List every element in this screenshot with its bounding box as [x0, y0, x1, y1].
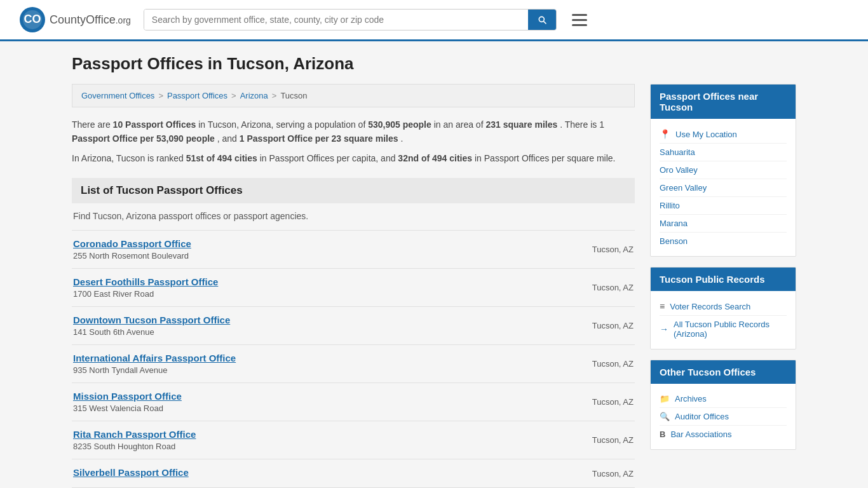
page-title: Passport Offices in Tucson, Arizona: [72, 54, 796, 74]
office-city: Tucson, AZ: [580, 469, 634, 478]
sidebar-other-offices-section: Other Tucson Offices 📁Archives🔍Auditor O…: [650, 360, 796, 450]
breadcrumb-passport[interactable]: Passport Offices: [167, 91, 227, 100]
office-item: Silverbell Passport Office Tucson, AZ: [72, 459, 635, 488]
search-button[interactable]: [528, 10, 556, 30]
intro-post: . There is 1: [560, 119, 604, 130]
search-icon: [537, 15, 547, 25]
office-item: International Affairs Passport Office 93…: [72, 344, 635, 383]
sidebar: Passport Offices near Tucson 📍 Use My Lo…: [650, 84, 796, 460]
other-link-label: Auditor Offices: [675, 412, 729, 421]
office-item: Rita Ranch Passport Office 8235 South Ho…: [72, 421, 635, 459]
office-city: Tucson, AZ: [580, 397, 634, 407]
sidebar-other-offices-title: Other Tucson Offices: [651, 360, 796, 384]
intro-text: There are 10 Passport Offices in Tucson,…: [72, 118, 635, 165]
area: 231 square miles: [485, 119, 557, 130]
office-address: 1700 East River Road: [73, 289, 218, 299]
breadcrumb-tucson: Tucson: [280, 91, 307, 100]
office-row: Desert Foothills Passport Office 1700 Ea…: [73, 276, 634, 299]
sidebar-other-link-auditor-icon[interactable]: 🔍Auditor Offices: [660, 408, 787, 426]
office-name[interactable]: Silverbell Passport Office: [73, 467, 189, 478]
office-row: International Affairs Passport Office 93…: [73, 353, 634, 375]
menu-button[interactable]: [569, 11, 590, 29]
office-details: Coronado Passport Office 255 North Rosem…: [73, 238, 634, 261]
office-name[interactable]: Rita Ranch Passport Office: [73, 429, 196, 440]
office-address: 255 North Rosemont Boulevard: [73, 251, 191, 261]
sidebar-all-records[interactable]: → All Tucson Public Records (Arizona): [660, 316, 787, 342]
office-item: Coronado Passport Office 255 North Rosem…: [72, 230, 635, 268]
search-area: [144, 9, 557, 30]
office-details: Mission Passport Office 315 West Valenci…: [73, 391, 634, 413]
breadcrumb-sep: >: [272, 91, 277, 100]
archives-icon: 📁: [660, 394, 670, 403]
sidebar-use-my-location[interactable]: 📍 Use My Location: [660, 125, 787, 144]
breadcrumb-sep: >: [158, 91, 163, 100]
sidebar-nearby-link[interactable]: Green Valley: [660, 179, 787, 197]
office-row: Mission Passport Office 315 West Valenci…: [73, 391, 634, 413]
sidebar-public-records-body: ≡ Voter Records Search → All Tucson Publ…: [651, 291, 796, 349]
logo-text: CountyOffice.org: [50, 13, 131, 27]
office-details: International Affairs Passport Office 93…: [73, 353, 634, 375]
sidebar-nearby-body: 📍 Use My Location SahuaritaOro ValleyGre…: [651, 119, 796, 256]
intro-mid: in Tucson, Arizona, serving a population…: [198, 119, 368, 130]
office-name[interactable]: Desert Foothills Passport Office: [73, 276, 218, 287]
list-section-heading: List of Tucson Passport Offices: [72, 178, 635, 203]
office-name[interactable]: Downtown Tucson Passport Office: [73, 315, 230, 325]
office-row: Downtown Tucson Passport Office 141 Sout…: [73, 315, 634, 337]
sidebar-other-link-bar-icon[interactable]: BBar Associations: [660, 426, 787, 443]
per-capita: Passport Office per 53,090 people: [72, 133, 215, 144]
list-intro: Find Tucson, Arizona passport offices or…: [72, 211, 635, 221]
location-icon: 📍: [660, 129, 670, 139]
sidebar-other-offices-body: 📁Archives🔍Auditor OfficesBBar Associatio…: [651, 384, 796, 449]
office-name[interactable]: Coronado Passport Office: [73, 238, 191, 249]
office-city: Tucson, AZ: [580, 435, 634, 445]
main-content: Government Offices > Passport Offices > …: [72, 84, 635, 488]
logo-suffix: .org: [116, 15, 131, 25]
other-link-label: Archives: [675, 394, 707, 403]
per-sq: 1 Passport Office per 23 square miles: [240, 133, 398, 144]
breadcrumb-arizona[interactable]: Arizona: [240, 91, 268, 100]
auditor-icon: 🔍: [660, 412, 670, 421]
voter-records-label: Voter Records Search: [670, 302, 750, 311]
sidebar-other-links: 📁Archives🔍Auditor OfficesBBar Associatio…: [660, 390, 787, 443]
rank2: 32nd of 494 cities: [398, 153, 472, 163]
rank1: 51st of 494 cities: [186, 153, 257, 163]
page-wrapper: Passport Offices in Tucson, Arizona Gove…: [53, 41, 815, 488]
sidebar-nearby-link[interactable]: Rillito: [660, 197, 787, 215]
other-link-label: Bar Associations: [670, 430, 731, 439]
sidebar-nearby-link[interactable]: Sahuarita: [660, 144, 787, 161]
office-details: Rita Ranch Passport Office 8235 South Ho…: [73, 429, 634, 451]
intro-post2: , and: [217, 133, 240, 144]
header: CO CountyOffice.org: [0, 0, 868, 41]
sidebar-nearby-link[interactable]: Oro Valley: [660, 161, 787, 179]
intro-end: .: [400, 133, 403, 144]
office-count: 10 Passport Offices: [113, 119, 196, 130]
office-row: Coronado Passport Office 255 North Rosem…: [73, 238, 634, 261]
menu-line: [572, 14, 587, 16]
all-records-label: All Tucson Public Records (Arizona): [674, 320, 787, 339]
office-city: Tucson, AZ: [580, 245, 634, 254]
logo-brand: CountyOffice: [50, 13, 116, 26]
sidebar-nearby-link[interactable]: Marana: [660, 215, 787, 233]
sidebar-other-link-archives-icon[interactable]: 📁Archives: [660, 390, 787, 408]
sidebar-public-records-title: Tucson Public Records: [651, 268, 796, 291]
search-input[interactable]: [144, 10, 528, 30]
use-my-location-label: Use My Location: [675, 130, 737, 139]
breadcrumb-govt[interactable]: Government Offices: [81, 91, 154, 100]
sidebar-voter-records[interactable]: ≡ Voter Records Search: [660, 297, 787, 316]
office-city: Tucson, AZ: [580, 283, 634, 292]
office-name[interactable]: Mission Passport Office: [73, 391, 182, 402]
svg-text:CO: CO: [24, 13, 41, 25]
office-address: 8235 South Houghton Road: [73, 442, 196, 451]
office-address: 935 North Tyndall Avenue: [73, 365, 236, 375]
office-item: Desert Foothills Passport Office 1700 Ea…: [72, 268, 635, 306]
office-address: 315 West Valencia Road: [73, 403, 182, 413]
office-name[interactable]: International Affairs Passport Office: [73, 353, 236, 363]
list-icon: ≡: [660, 301, 665, 311]
office-item: Downtown Tucson Passport Office 141 Sout…: [72, 306, 635, 344]
population: 530,905 people: [368, 119, 431, 130]
logo[interactable]: CO CountyOffice.org: [19, 6, 131, 33]
logo-icon: CO: [19, 6, 46, 33]
office-details: Silverbell Passport Office Tucson, AZ: [73, 467, 634, 480]
office-details: Downtown Tucson Passport Office 141 Sout…: [73, 315, 634, 337]
sidebar-nearby-link[interactable]: Benson: [660, 233, 787, 250]
